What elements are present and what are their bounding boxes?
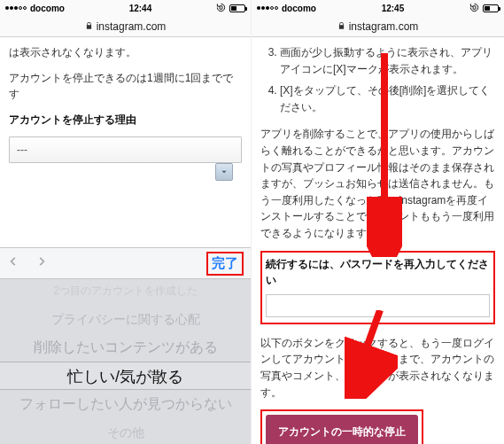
action-highlight-box: アカウントの一時的な停止 xyxy=(260,409,423,444)
url-text: instagram.com xyxy=(349,20,419,33)
carrier-label: docomo xyxy=(282,4,316,13)
picker-option[interactable]: フォローしたい人が見つからない xyxy=(0,390,251,418)
lock-icon xyxy=(85,20,93,33)
password-input[interactable] xyxy=(266,294,490,317)
url-bar[interactable]: instagram.com xyxy=(0,16,251,37)
svg-rect-1 xyxy=(473,5,476,9)
picker-next-icon[interactable] xyxy=(35,253,48,273)
picker-wheel[interactable]: 2つ目のアカウントを作成した プライバシーに関する心配 削除したいコンテンツがあ… xyxy=(0,279,251,444)
carrier-label: docomo xyxy=(30,4,65,13)
disable-account-button[interactable]: アカウントの一時的な停止 xyxy=(266,415,418,444)
picker-option[interactable]: 削除したいコンテンツがある xyxy=(0,333,251,362)
lock-icon xyxy=(337,20,345,33)
status-bar: docomo 12:45 xyxy=(252,0,504,16)
note-paragraph: 以下のボタンをクリックすると、もう一度ログインしてアカウントを再開するまで、アカ… xyxy=(260,335,495,401)
signal-dots-icon xyxy=(257,6,278,10)
left-phone-screen: docomo 12:44 instagram.com は表示されなくなります。 … xyxy=(0,0,252,444)
intro-line-1: は表示されなくなります。 xyxy=(9,44,242,61)
picker-option-selected[interactable]: 忙しい/気が散る xyxy=(0,362,251,390)
signal-dots-icon xyxy=(5,6,27,10)
picker-toolbar: 完了 xyxy=(0,247,251,279)
step-3: 画面が少し振動するように表示され、アプリアイコンに[X]マークが表示されます。 xyxy=(280,44,495,77)
right-phone-screen: docomo 12:45 instagram.com 画面が少し振動するように表… xyxy=(252,0,504,444)
reason-select-value: --- xyxy=(17,142,27,159)
explanation-paragraph: アプリを削除することで、アプリの使用からしばらく離れることができるかと思います。… xyxy=(260,126,495,241)
clock: 12:44 xyxy=(129,4,152,13)
picker-option[interactable]: その他 xyxy=(0,418,251,444)
orientation-lock-icon xyxy=(469,3,479,14)
svg-rect-0 xyxy=(220,5,222,9)
reason-select[interactable]: --- xyxy=(9,136,242,163)
battery-icon xyxy=(229,4,245,12)
orientation-lock-icon xyxy=(216,3,226,14)
status-bar: docomo 12:44 xyxy=(0,0,251,16)
steps-list: 画面が少し振動するように表示され、アプリアイコンに[X]マークが表示されます。 … xyxy=(260,44,495,115)
picker-done-button[interactable]: 完了 xyxy=(206,252,244,276)
chevron-down-icon[interactable] xyxy=(215,163,233,181)
step-4: [X]をタップして、その後[削除]を選択してください。 xyxy=(280,82,495,115)
section-title: アカウントを停止する理由 xyxy=(9,112,242,129)
intro-line-2: アカウントを停止できるのは1週間に1回までです xyxy=(9,70,242,103)
url-text: instagram.com xyxy=(97,20,167,33)
password-highlight-box: 続行するには、パスワードを再入力してください xyxy=(260,251,495,324)
url-bar[interactable]: instagram.com xyxy=(252,16,504,37)
password-prompt: 続行するには、パスワードを再入力してください xyxy=(266,256,490,289)
picker-option[interactable]: プライバシーに関する心配 xyxy=(0,305,251,333)
picker-option[interactable]: 2つ目のアカウントを作成した xyxy=(0,279,251,305)
clock: 12:45 xyxy=(382,4,405,13)
battery-icon xyxy=(483,4,499,12)
picker-prev-icon[interactable] xyxy=(7,253,19,273)
